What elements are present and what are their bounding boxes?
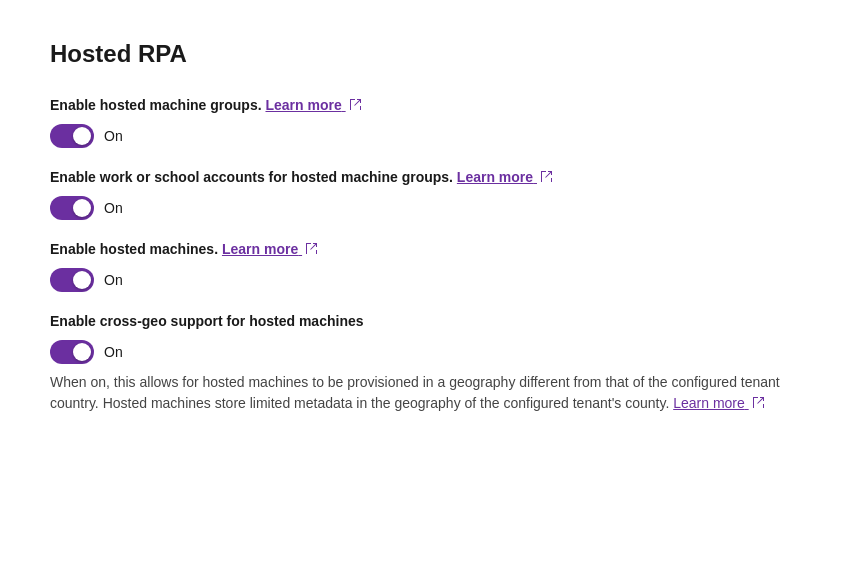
setting-hosted-machine-groups: Enable hosted machine groups. Learn more… [50,96,800,148]
toggle-label-1: On [104,128,123,144]
toggle-hosted-machines[interactable] [50,268,94,292]
toggle-row-2: On [50,196,800,220]
toggle-label-2: On [104,200,123,216]
cross-geo-description: When on, this allows for hosted machines… [50,372,800,415]
external-link-icon-1 [349,97,362,117]
setting-label-hosted-machine-groups: Enable hosted machine groups. Learn more [50,96,800,116]
toggle-row-4: On [50,340,800,364]
toggle-row-3: On [50,268,800,292]
external-link-icon-2 [540,169,553,189]
setting-cross-geo-support: Enable cross-geo support for hosted mach… [50,312,800,414]
setting-label-work-school-accounts: Enable work or school accounts for hoste… [50,168,800,188]
toggle-work-school-accounts[interactable] [50,196,94,220]
learn-more-link-1[interactable]: Learn more [265,97,345,113]
learn-more-link-2[interactable]: Learn more [457,169,537,185]
setting-hosted-machines: Enable hosted machines. Learn more On [50,240,800,292]
toggle-label-3: On [104,272,123,288]
learn-more-link-3[interactable]: Learn more [222,241,302,257]
setting-label-cross-geo: Enable cross-geo support for hosted mach… [50,312,800,332]
learn-more-link-4[interactable]: Learn more [673,395,748,411]
toggle-hosted-machine-groups[interactable] [50,124,94,148]
setting-label-hosted-machines: Enable hosted machines. Learn more [50,240,800,260]
toggle-row-1: On [50,124,800,148]
toggle-label-4: On [104,344,123,360]
external-link-icon-3 [305,241,318,261]
toggle-cross-geo[interactable] [50,340,94,364]
setting-work-school-accounts: Enable work or school accounts for hoste… [50,168,800,220]
page-title: Hosted RPA [50,40,800,68]
external-link-icon-4 [752,394,765,415]
